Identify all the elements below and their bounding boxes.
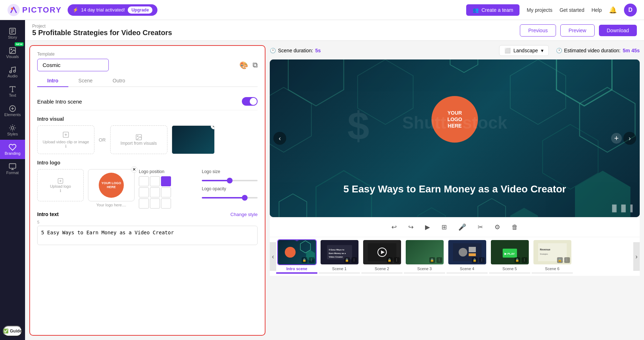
palette-icon-button[interactable]: 🎨	[239, 61, 248, 70]
undo-button[interactable]: ↩	[389, 221, 399, 233]
scene-thumb-6[interactable]: RevenueStrategies 🔒 ⋮ Scene 6	[532, 239, 573, 274]
landscape-selector[interactable]: ⬜ Landscape ▾	[499, 45, 549, 56]
add-scene-button[interactable]: +	[611, 133, 622, 144]
get-started-link[interactable]: Get started	[560, 7, 584, 13]
app-logo[interactable]: PICTORY	[7, 4, 62, 16]
tab-scene[interactable]: Scene	[68, 75, 103, 87]
sidebar-item-elements[interactable]: Elements	[0, 101, 25, 120]
tab-intro[interactable]: Intro	[37, 75, 68, 87]
pos-cell-ml[interactable]	[139, 187, 149, 197]
sidebar-elements-label: Elements	[4, 112, 21, 117]
logo-control-row: Logo position	[139, 169, 258, 209]
or-divider: OR	[99, 137, 106, 143]
sidebar-item-format[interactable]: Format	[0, 159, 25, 178]
my-projects-link[interactable]: My projects	[527, 7, 552, 13]
upload-video-label: Upload video clip or image	[43, 140, 89, 144]
team-icon: 👥	[473, 7, 479, 13]
remove-logo-button[interactable]: ✕	[131, 166, 137, 173]
scene-thumb-5[interactable]: ▶ PLAY 🔒 ⋮ Scene 5	[489, 239, 530, 274]
download-button[interactable]: Download	[599, 25, 637, 36]
scene1-label: Scene 1	[332, 267, 346, 271]
play-button[interactable]: ▶	[423, 221, 432, 233]
svg-marker-32	[288, 59, 344, 106]
logo-controls: Logo position	[139, 169, 258, 211]
scene3-label: Scene 3	[417, 267, 431, 271]
pos-cell-bl[interactable]	[139, 198, 149, 209]
svg-marker-38	[418, 208, 446, 217]
scene-thumb-intro[interactable]: 👁 🔒 ⋮ Intro scene	[276, 239, 317, 274]
svg-rect-55	[469, 253, 476, 256]
preview-button[interactable]: Preview	[560, 24, 595, 37]
logo-opacity-slider[interactable]	[202, 197, 258, 198]
svg-point-44	[285, 247, 296, 258]
logo-position-label: Logo position	[139, 169, 195, 174]
preview-nav-right-button[interactable]: ›	[623, 132, 636, 145]
enable-intro-toggle-row: Enable Intro scene	[37, 93, 258, 110]
copy-icon-button[interactable]: ⧉	[253, 61, 258, 70]
intro-scene-label: Intro scene	[286, 267, 307, 271]
svg-rect-54	[469, 247, 476, 252]
pos-cell-mc[interactable]	[150, 187, 160, 197]
sidebar-item-branding[interactable]: Branding	[0, 140, 25, 159]
upgrade-button[interactable]: Upgrade	[128, 6, 152, 14]
tab-outro[interactable]: Outro	[103, 75, 135, 87]
topbar: PICTORY ⚡ 14 day trial activated! Upgrad…	[0, 0, 644, 20]
scene-thumb-4[interactable]: 🔒 ⋮ Scene 4	[447, 239, 488, 274]
change-style-button[interactable]: Change style	[230, 212, 258, 217]
logo-opacity-label: Logo opacity	[202, 186, 258, 191]
delete-button[interactable]: 🗑	[509, 221, 520, 233]
sidebar-item-audio[interactable]: Audio	[0, 62, 25, 82]
template-input[interactable]	[37, 59, 109, 71]
expand-button[interactable]: ⊞	[439, 221, 449, 233]
intro-text-row: Intro text Change style	[37, 211, 258, 217]
pos-cell-bc[interactable]	[150, 198, 160, 209]
pos-cell-tr[interactable]	[161, 176, 171, 186]
pos-cell-mr[interactable]	[161, 187, 171, 197]
svg-point-15	[11, 126, 14, 129]
enable-intro-toggle[interactable]	[242, 97, 258, 106]
dollar-watermark: $	[344, 104, 387, 148]
pos-cell-tc[interactable]	[150, 176, 160, 186]
notification-bell-icon[interactable]: 🔔	[609, 6, 617, 14]
sidebar-item-visuals[interactable]: NEW Visuals	[0, 43, 25, 62]
logo-info-icon: ℹ	[60, 188, 61, 193]
intro-text-input[interactable]: 5 Easy Ways to Earn Money as a Video Cre…	[37, 226, 258, 245]
import-from-visuals-box[interactable]: Import from visuals	[110, 125, 167, 154]
scene2-icons: 🔒 ⋮	[387, 257, 400, 263]
sidebar-item-story[interactable]: Story	[0, 24, 25, 43]
logo-preview-wrap: YOUR LOGO HERE ✕ Your logo here....	[88, 169, 135, 207]
previous-button[interactable]: Previous	[520, 24, 556, 37]
scene-strip-nav-right[interactable]: ›	[633, 242, 640, 271]
import-label: Import from visuals	[121, 141, 157, 146]
guide-button[interactable]: ✅ Guide	[3, 326, 22, 336]
scene-thumb-1[interactable]: 5 Easy Ways toEarn Money as aVideo Creat…	[319, 239, 360, 274]
cut-button[interactable]: ✂	[475, 221, 485, 233]
pos-cell-tl[interactable]	[139, 176, 149, 186]
scene-duration-value: 5s	[315, 48, 321, 53]
redo-button[interactable]: ↪	[406, 221, 416, 233]
project-meta: Project 5 Profitable Strategies for Vide…	[32, 24, 172, 37]
mic-button[interactable]: 🎤	[456, 221, 468, 233]
video-thumbnail[interactable]: ✕	[172, 125, 215, 154]
scene6-img: RevenueStrategies 🔒 ⋮	[533, 239, 572, 265]
pos-cell-br[interactable]	[161, 198, 171, 209]
scene-thumb-3[interactable]: 🔒 ⋮ Scene 3	[404, 239, 445, 274]
scene-menu-icon: ⋮	[309, 257, 314, 263]
content-area: Project 5 Profitable Strategies for Vide…	[25, 20, 644, 340]
logo-size-slider[interactable]	[202, 180, 258, 181]
create-team-button[interactable]: 👥 Create a team	[466, 4, 520, 16]
sidebar-item-styles[interactable]: Styles	[0, 120, 25, 140]
upload-video-box[interactable]: Upload video clip or image ℹ	[37, 125, 94, 154]
intro-visual-row: Upload video clip or image ℹ OR Import f…	[37, 125, 258, 154]
preview-nav-left-button[interactable]: ‹	[273, 132, 286, 145]
upload-logo-box[interactable]: Upload logo ℹ	[37, 169, 84, 201]
sidebar-item-text[interactable]: Text	[0, 82, 25, 101]
settings-button[interactable]: ⚙	[492, 221, 502, 233]
svg-marker-27	[556, 59, 612, 106]
user-avatar[interactable]: D	[624, 4, 637, 16]
template-icons: 🎨 ⧉	[239, 61, 258, 70]
scene4-icons: 🔒 ⋮	[472, 257, 485, 263]
help-link[interactable]: Help	[591, 7, 602, 13]
scene-strip-nav-left[interactable]: ‹	[270, 242, 276, 271]
scene-thumb-2[interactable]: 🔒 ⋮ Scene 2	[361, 239, 402, 274]
